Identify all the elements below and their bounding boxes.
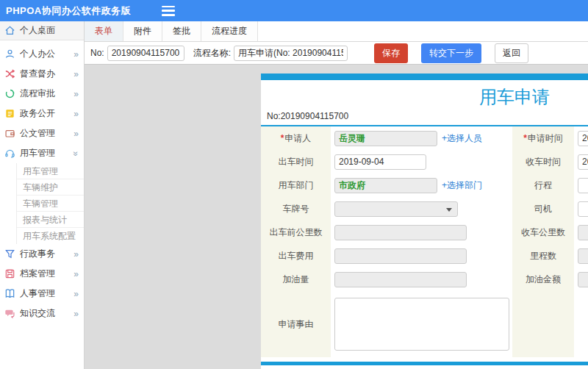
sidebar: 个人桌面 个人办公 » 督查督办 » 流程审批 » <box>0 21 85 369</box>
apply-reason-textarea[interactable] <box>334 298 509 351</box>
field-label-plate-number: 车牌号 <box>261 197 331 221</box>
toolbar: No: 流程名称: 保存 转交下一步 返回 <box>85 42 588 65</box>
chevron-right-icon: » <box>74 270 79 279</box>
field-label-km-return: 收车公里数 <box>512 221 574 244</box>
wallet-icon <box>4 128 15 139</box>
apply-time-input[interactable] <box>578 131 588 146</box>
field-label-km-before: 出车前公里数 <box>261 221 331 244</box>
tab-workflow-progress[interactable]: 流程进度 <box>201 21 258 41</box>
sidebar-item-personal-office[interactable]: 个人办公 » <box>0 44 84 64</box>
vehicle-request-form-panel: 用车申请 No:20190904115700 * 申请人 +选择人员 * <box>261 74 588 369</box>
field-label-fuel-amount: 加油量 <box>261 268 331 291</box>
trip-cost-input <box>334 248 467 264</box>
required-mark: * <box>281 133 284 143</box>
field-label-trip-cost: 出车费用 <box>261 244 331 268</box>
chevron-right-icon: » <box>74 50 79 59</box>
app-window: PHPOA协同办公软件政务版 个人桌面 个人办公 » 督查督办 » <box>0 0 588 369</box>
fuel-cost-input <box>578 272 588 287</box>
top-bar: PHPOA协同办公软件政务版 <box>0 0 588 21</box>
sidebar-item-workflow-approval[interactable]: 流程审批 » <box>0 84 84 104</box>
chevron-right-icon: » <box>74 129 79 138</box>
chat-icon <box>4 308 15 319</box>
submenu-item-vehicle-admin[interactable]: 车辆管理 <box>17 196 84 212</box>
sidebar-item-vehicle-mgmt[interactable]: 用车管理 » <box>0 143 84 163</box>
save-button[interactable]: 保存 <box>374 43 408 63</box>
home-icon <box>4 25 15 36</box>
empty-field-cell <box>574 291 588 357</box>
back-button[interactable]: 返回 <box>495 43 528 63</box>
content-area: 用车申请 No:20190904115700 * 申请人 +选择人员 * <box>85 66 588 369</box>
vehicle-submenu: 用车管理 车辆维护 车辆管理 报表与统计 用车系统配置 <box>16 163 84 244</box>
main-area: 表单 附件 签批 流程进度 No: 流程名称: 保存 转交下一步 返回 用车申请… <box>85 21 588 369</box>
form-title: 用车申请 <box>261 80 588 110</box>
empty-label-cell <box>512 291 574 357</box>
plate-number-select[interactable] <box>334 201 458 217</box>
field-label-departure-time: 出车时间 <box>261 150 331 173</box>
field-label-mileage: 里程数 <box>512 244 574 268</box>
chevron-right-icon: » <box>74 250 79 259</box>
return-time-input[interactable] <box>578 154 588 170</box>
document-icon <box>4 108 15 119</box>
no-input[interactable] <box>107 46 184 61</box>
panel-top-strip <box>261 74 588 80</box>
flow-name-input[interactable] <box>234 46 348 61</box>
field-label-itinerary: 行程 <box>512 173 574 197</box>
chevron-right-icon: » <box>74 309 79 318</box>
filter-icon <box>4 248 15 259</box>
select-person-link[interactable]: +选择人员 <box>442 132 482 145</box>
select-department-link[interactable]: +选择部门 <box>442 179 482 192</box>
chevron-right-icon: » <box>74 90 79 98</box>
driver-input[interactable] <box>578 201 588 217</box>
approval-icon <box>4 88 15 99</box>
sidebar-item-supervision[interactable]: 督查督办 » <box>0 64 84 84</box>
required-mark: * <box>523 133 527 143</box>
sidebar-item-knowledge-exchange[interactable]: 知识交流 » <box>0 304 84 323</box>
sidebar-item-archive-mgmt[interactable]: 档案管理 » <box>0 264 84 284</box>
chevron-right-icon: » <box>74 290 79 298</box>
tab-form[interactable]: 表单 <box>85 21 123 41</box>
field-label-return-time: 收车时间 <box>512 150 574 173</box>
field-label-department: 用车部门 <box>261 173 331 197</box>
itinerary-input[interactable] <box>578 178 588 193</box>
submenu-item-vehicle-mgmt[interactable]: 用车管理 <box>17 163 84 179</box>
tab-attachments[interactable]: 附件 <box>123 21 162 41</box>
form-no-text: No:20190904115700 <box>261 110 588 125</box>
panel-bottom-strip <box>261 362 588 365</box>
mileage-input <box>578 248 588 264</box>
field-label-driver: 司机 <box>512 197 574 221</box>
sidebar-item-gov-affairs[interactable]: 政务公开 » <box>0 104 84 123</box>
no-label: No: <box>90 48 104 58</box>
km-before-input <box>334 225 467 240</box>
forward-next-step-button[interactable]: 转交下一步 <box>421 43 481 63</box>
sidebar-item-hr-mgmt[interactable]: 人事管理 » <box>0 284 84 304</box>
km-return-input <box>578 225 588 240</box>
applicant-input[interactable] <box>334 131 437 146</box>
app-title: PHPOA协同办公软件政务版 <box>0 4 131 18</box>
tab-strip: 表单 附件 签批 流程进度 <box>85 21 588 42</box>
shuffle-icon <box>4 68 15 79</box>
book-icon <box>4 288 15 299</box>
sidebar-item-official-docs[interactable]: 公文管理 » <box>0 123 84 143</box>
sidebar-item-personal-desktop[interactable]: 个人桌面 <box>0 21 84 40</box>
floppy-icon <box>4 268 15 279</box>
submenu-item-vehicle-maintenance[interactable]: 车辆维护 <box>17 179 84 196</box>
field-label-applicant: * 申请人 <box>261 126 331 150</box>
sidebar-item-admin-affairs[interactable]: 行政事务 » <box>0 244 84 264</box>
departure-time-input[interactable] <box>334 154 426 170</box>
tab-signoff[interactable]: 签批 <box>162 21 201 41</box>
chevron-right-icon: » <box>74 70 79 79</box>
field-label-fuel-cost: 加油金额 <box>512 268 574 291</box>
submenu-item-vehicle-config[interactable]: 用车系统配置 <box>17 228 84 244</box>
chevron-right-icon: » <box>74 110 79 118</box>
chevron-down-icon: » <box>72 151 81 156</box>
department-input[interactable] <box>334 178 437 193</box>
field-label-apply-reason: 申请事由 <box>261 291 331 357</box>
fuel-amount-input <box>334 272 467 287</box>
form-grid: * 申请人 +选择人员 * 申请时间 <box>261 126 588 357</box>
user-icon <box>4 49 15 60</box>
submenu-item-reports-stats[interactable]: 报表与统计 <box>17 212 84 228</box>
flow-name-label: 流程名称: <box>193 47 231 60</box>
headset-icon <box>4 148 15 159</box>
hamburger-menu-icon[interactable] <box>162 6 175 16</box>
field-label-apply-time: * 申请时间 <box>512 126 574 150</box>
